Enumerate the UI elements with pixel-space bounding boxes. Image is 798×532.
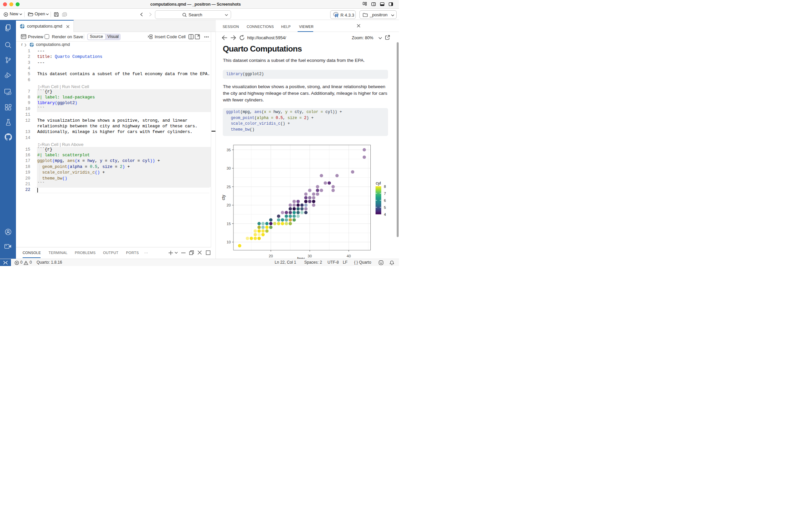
svg-text:6: 6 — [384, 198, 386, 203]
svg-text:25: 25 — [226, 185, 231, 189]
svg-text:10: 10 — [226, 240, 231, 244]
svg-text:20: 20 — [269, 254, 273, 258]
svg-text:8: 8 — [384, 185, 386, 189]
svg-text:cyl: cyl — [376, 180, 381, 186]
svg-text:4: 4 — [384, 212, 386, 216]
svg-text:cty: cty — [221, 194, 226, 200]
svg-text:15: 15 — [226, 222, 231, 226]
svg-text:5: 5 — [384, 206, 386, 209]
svg-text:30: 30 — [226, 166, 231, 170]
svg-text:hwy: hwy — [297, 256, 305, 259]
svg-text:20: 20 — [226, 203, 231, 207]
svg-text:30: 30 — [307, 254, 312, 258]
svg-text:40: 40 — [347, 254, 351, 258]
svg-text:R: R — [335, 13, 338, 18]
svg-text:35: 35 — [226, 148, 231, 152]
svg-text:7: 7 — [384, 191, 386, 195]
